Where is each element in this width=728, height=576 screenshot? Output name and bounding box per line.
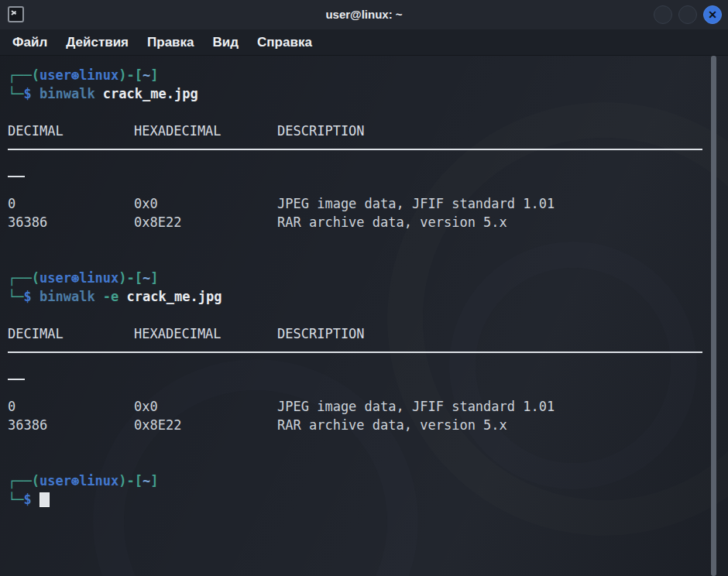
terminal-text: $ [23,86,39,101]
terminal-text: ~ [143,67,150,83]
terminal-text: DECIMAL [8,324,134,343]
menu-item-0[interactable]: Файл [3,29,57,55]
terminal-line: ┌──(user⊛linux)-[~] [8,471,709,490]
menu-item-4[interactable]: Справка [248,29,321,55]
terminal-text: 0x8E22 [134,416,277,434]
window-title: user@linux: ~ [0,0,728,29]
terminal-text: ] [150,270,158,286]
terminal-text: 36386 [8,213,134,231]
separator-line [8,379,709,397]
terminal-text: ┌──( [8,473,39,489]
terminal-text: └─ [8,289,23,304]
terminal-text: $ [23,492,39,507]
terminal-text: )-[ [118,67,143,83]
terminal-text: user⊛linux [39,270,118,286]
minimize-button[interactable] [654,5,672,24]
terminal-text: user⊛linux [39,67,118,83]
menu-bar: ФайлДействияПравкаВидСправка [0,29,728,56]
terminal-text: DESCRIPTION [277,123,365,139]
terminal-line [8,453,709,471]
terminal-text: ~ [143,473,150,489]
terminal-line [8,306,709,324]
terminal-line: DECIMALHEXADECIMALDESCRIPTION [8,122,709,140]
terminal-text: └─ [8,86,23,101]
terminal-text: 36386 [8,416,134,434]
terminal-content: ┌──(user⊛linux)-[~]└─$ binwalk crack_me.… [8,66,709,509]
terminal-line [8,103,709,122]
terminal-text: DECIMAL [8,122,134,140]
terminal-line: ┌──(user⊛linux)-[~] [8,66,709,84]
terminal-text: 0 [8,397,134,416]
terminal-text: DESCRIPTION [277,326,365,341]
terminal-line: └─$ binwalk -e crack_me.jpg [8,287,709,306]
terminal-window: user@linux: ~ ✕ ФайлДействияПравкаВидСпр… [0,0,728,576]
terminal-text: $ [23,289,39,304]
terminal-text: binwalk [39,289,103,304]
terminal-line: 363860x8E22RAR archive data, version 5.x [8,416,709,434]
close-button[interactable]: ✕ [703,5,722,24]
terminal-line: DECIMALHEXADECIMALDESCRIPTION [8,324,709,343]
terminal-text: user⊛linux [39,473,118,489]
terminal-line: ┌──(user⊛linux)-[~] [8,269,709,287]
terminal-line: └─$ binwalk crack_me.jpg [8,84,709,103]
terminal-text: RAR archive data, version 5.x [277,417,507,433]
terminal-text: HEXADECIMAL [134,324,277,343]
scrollbar-thumb[interactable] [711,56,716,576]
separator-rule [8,149,702,150]
terminal-text: ] [150,473,158,489]
maximize-button[interactable] [678,5,697,24]
separator-rule [8,379,25,380]
terminal-text: ] [150,67,158,83]
terminal-text: )-[ [118,473,143,489]
terminal-text: 0x8E22 [134,213,277,231]
separator-line [8,149,709,167]
menu-item-1[interactable]: Действия [57,29,138,55]
terminal-text: ┌──( [8,270,39,286]
terminal-line [8,434,709,453]
menu-item-3[interactable]: Вид [204,29,249,55]
title-bar[interactable]: user@linux: ~ ✕ [0,0,728,29]
terminal-line: 363860x8E22RAR archive data, version 5.x [8,213,709,231]
terminal-text: crack_me.jpg [127,289,222,304]
terminal-text: )-[ [118,270,143,286]
terminal-line [8,231,709,250]
terminal-text: binwalk [39,86,103,101]
terminal-text: └─ [8,492,23,507]
terminal-text: 0x0 [134,397,277,416]
separator-rule [8,351,702,353]
terminal-line: 00x0JPEG image data, JFIF standard 1.01 [8,397,709,416]
terminal-text: ┌──( [8,67,39,83]
terminal-text: RAR archive data, version 5.x [277,214,507,230]
terminal-viewport[interactable]: ┌──(user⊛linux)-[~]└─$ binwalk crack_me.… [0,56,728,576]
terminal-text: crack_me.jpg [103,86,198,101]
terminal-text: -e [103,289,127,304]
window-buttons: ✕ [654,5,722,24]
terminal-text: JPEG image data, JFIF standard 1.01 [277,399,555,414]
separator-line [8,176,709,194]
separator-line [8,351,709,370]
terminal-line: 00x0JPEG image data, JFIF standard 1.01 [8,194,709,213]
terminal-text: 0 [8,194,134,213]
menu-item-2[interactable]: Правка [138,29,203,55]
terminal-text: HEXADECIMAL [134,122,277,140]
terminal-line [8,250,709,269]
separator-rule [8,176,25,177]
terminal-text: 0x0 [134,194,277,213]
terminal-line: └─$ [8,490,709,509]
terminal-text: ~ [143,270,150,286]
terminal-text: JPEG image data, JFIF standard 1.01 [277,196,555,211]
terminal-cursor [39,492,50,507]
